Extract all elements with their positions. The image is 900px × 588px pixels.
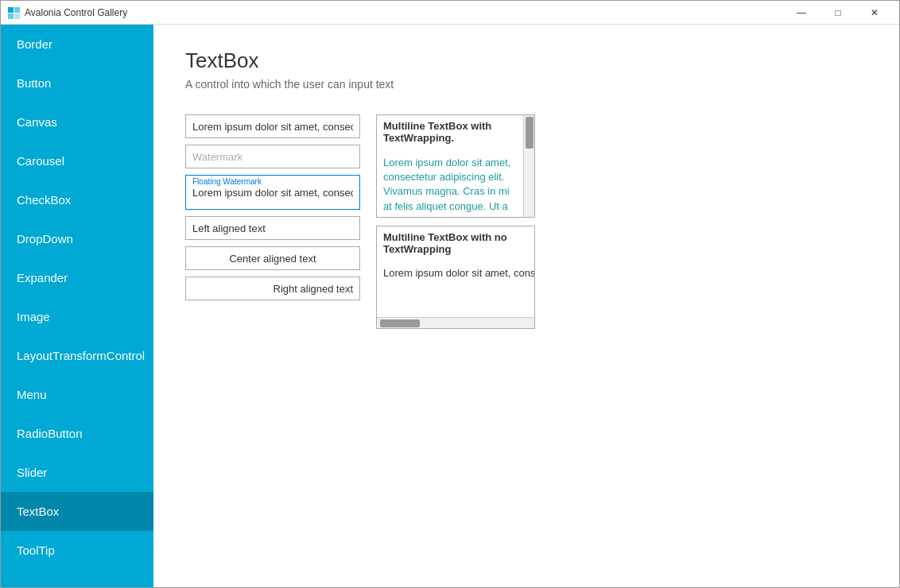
center-aligned-textbox[interactable] xyxy=(185,246,360,270)
window-title: Avalonia Control Gallery xyxy=(25,7,783,18)
sidebar-item-border[interactable]: Border xyxy=(1,25,153,64)
sidebar-item-tooltip[interactable]: ToolTip xyxy=(1,531,153,570)
title-bar: Avalonia Control Gallery — □ ✕ xyxy=(1,1,899,25)
left-column: Floating Watermark xyxy=(185,114,360,300)
sidebar-item-dropdown[interactable]: DropDown xyxy=(1,219,153,258)
multiline-title: Multiline TextBox with TextWrapping. xyxy=(383,120,491,144)
svg-rect-0 xyxy=(8,7,14,13)
sidebar-item-canvas[interactable]: Canvas xyxy=(1,103,153,141)
scrollbar-h-thumb xyxy=(380,319,420,327)
sidebar-item-menu[interactable]: Menu xyxy=(1,375,153,414)
window-controls: — □ ✕ xyxy=(783,1,893,25)
multiline-nowrap-content: Multiline TextBox with no TextWrapping L… xyxy=(383,231,528,279)
multiline-nowrap-text: Lorem ipsum dolor sit amet, consec xyxy=(383,267,535,279)
svg-rect-1 xyxy=(14,7,20,13)
multiline-nowrap-title: Multiline TextBox with no TextWrapping xyxy=(383,231,507,255)
floating-watermark-textbox[interactable]: Floating Watermark xyxy=(185,175,360,210)
sidebar-item-checkbox[interactable]: CheckBox xyxy=(1,180,153,219)
left-aligned-textbox[interactable] xyxy=(185,216,360,240)
sidebar-item-textbox[interactable]: TextBox xyxy=(1,492,153,531)
svg-rect-2 xyxy=(8,14,14,19)
minimize-button[interactable]: — xyxy=(783,1,820,25)
sidebar-item-image[interactable]: Image xyxy=(1,297,153,336)
multiline-nowrap-box[interactable]: Multiline TextBox with no TextWrapping L… xyxy=(376,226,535,329)
lorem-textbox[interactable] xyxy=(185,114,360,138)
right-aligned-textbox[interactable] xyxy=(185,277,360,300)
vertical-scrollbar[interactable] xyxy=(523,115,534,217)
app-window: Avalonia Control Gallery — □ ✕ Border Bu… xyxy=(0,0,900,588)
svg-rect-3 xyxy=(14,14,20,19)
horizontal-scrollbar[interactable] xyxy=(377,317,534,328)
maximize-button[interactable]: □ xyxy=(820,1,856,25)
multiline-text: Lorem ipsum dolor sit amet, consectetur … xyxy=(383,157,510,218)
sidebar-item-expander[interactable]: Expander xyxy=(1,258,153,297)
floating-label: Floating Watermark xyxy=(192,177,353,186)
scrollbar-thumb xyxy=(526,117,533,149)
page-title: TextBox xyxy=(185,48,867,73)
right-column: Multiline TextBox with TextWrapping. Lor… xyxy=(376,114,535,329)
sidebar-item-slider[interactable]: Slider xyxy=(1,453,153,492)
watermark-textbox[interactable] xyxy=(185,145,360,168)
sidebar-item-layouttransform[interactable]: LayoutTransformControl xyxy=(1,336,153,375)
sidebar-item-button[interactable]: Button xyxy=(1,64,153,103)
multiline-textwrap-content: Multiline TextBox with TextWrapping. Lor… xyxy=(383,120,517,218)
sidebar-item-radiobutton[interactable]: RadioButton xyxy=(1,414,153,453)
sidebar-item-carousel[interactable]: Carousel xyxy=(1,141,153,180)
app-body: Border Button Canvas Carousel CheckBox D… xyxy=(1,25,899,587)
close-button[interactable]: ✕ xyxy=(856,1,893,25)
page-subtitle: A control into which the user can input … xyxy=(185,78,867,91)
app-icon xyxy=(7,6,20,19)
floating-textbox-input[interactable] xyxy=(192,187,353,199)
main-content: TextBox A control into which the user ca… xyxy=(153,25,899,587)
sidebar: Border Button Canvas Carousel CheckBox D… xyxy=(1,25,153,587)
controls-area: Floating Watermark Multiline TextBox wit… xyxy=(185,114,867,329)
multiline-textwrap-box[interactable]: Multiline TextBox with TextWrapping. Lor… xyxy=(376,114,535,218)
